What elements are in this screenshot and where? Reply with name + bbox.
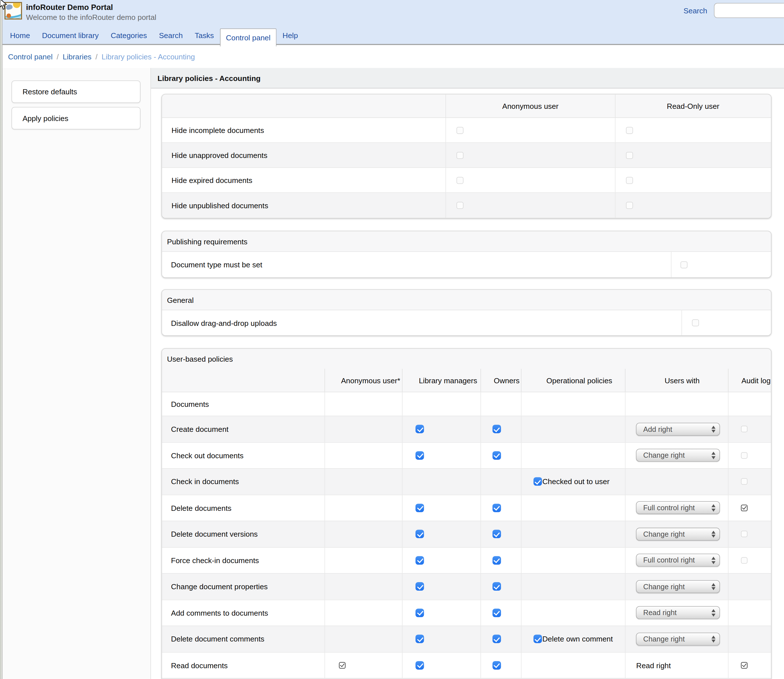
owners-cell: [480, 600, 521, 626]
rights-select[interactable]: Change right: [636, 580, 720, 593]
checkbox-cell: [445, 118, 615, 142]
tab-document-library[interactable]: Document library: [36, 27, 105, 43]
checkbox-checked[interactable]: [492, 504, 501, 512]
checkbox-unchecked[interactable]: [741, 531, 748, 537]
checkbox-checked[interactable]: [533, 477, 542, 486]
rights-select[interactable]: Full control right: [636, 554, 720, 567]
tab-tasks[interactable]: Tasks: [189, 27, 220, 43]
breadcrumb-link[interactable]: Libraries: [63, 52, 91, 61]
search-input[interactable]: [714, 3, 784, 18]
checkbox-checked[interactable]: [416, 582, 424, 591]
breadcrumb-link[interactable]: Control panel: [8, 52, 53, 61]
checkbox-checked[interactable]: [416, 451, 424, 460]
library-managers-cell: [402, 652, 480, 678]
operational-policies-cell: Delete own comment: [521, 626, 625, 652]
checkbox-checked[interactable]: [416, 661, 424, 670]
table-row: Check in documentsChecked out to user: [162, 468, 771, 494]
checkbox-checked[interactable]: [492, 661, 501, 670]
checkbox-checked[interactable]: [492, 451, 501, 460]
general-rows: Disallow drag-and-drop uploads: [162, 310, 771, 335]
logo-art: [6, 13, 11, 18]
checkbox-checked[interactable]: [416, 556, 424, 565]
checkbox-cell: [681, 310, 771, 335]
checkbox-unchecked[interactable]: [626, 177, 633, 184]
checkbox-checked[interactable]: [492, 582, 501, 591]
library-managers-cell: [402, 574, 480, 599]
checkbox-unchecked[interactable]: [626, 202, 633, 209]
checkbox-checked[interactable]: [416, 609, 424, 617]
tab-search[interactable]: Search: [153, 27, 189, 43]
checkbox-unchecked[interactable]: [741, 479, 748, 485]
rights-select[interactable]: Add right: [636, 423, 720, 436]
checkbox-checked[interactable]: [416, 504, 424, 512]
audit-log-cell: [728, 600, 771, 626]
checkbox-unchecked[interactable]: [456, 177, 464, 184]
audit-log-cell: [728, 521, 771, 547]
checkbox-unchecked[interactable]: [456, 202, 464, 209]
rights-select-value: Change right: [643, 451, 685, 459]
tab-home[interactable]: Home: [4, 27, 36, 43]
arrow-down-icon: [712, 508, 716, 512]
tab-categories[interactable]: Categories: [105, 27, 153, 43]
checkbox-unchecked[interactable]: [741, 426, 748, 432]
arrow-down-icon: [712, 587, 716, 590]
checkbox-unchecked[interactable]: [741, 452, 748, 458]
users-with-cell: Read right: [625, 600, 728, 626]
select-arrows-icon: [712, 504, 716, 512]
breadcrumb-separator: /: [56, 52, 58, 61]
user-based-policies-panel: User-based policies Anonymous user*Libra…: [162, 348, 771, 679]
group-label: Documents: [162, 392, 325, 416]
rights-select[interactable]: Read right: [636, 606, 720, 620]
checkbox-unchecked[interactable]: [626, 152, 633, 159]
checkbox-checked[interactable]: [492, 556, 501, 565]
tab-help[interactable]: Help: [277, 27, 304, 43]
checkbox-checked[interactable]: [416, 635, 424, 643]
rights-select[interactable]: Change right: [636, 527, 720, 541]
checkbox-unchecked[interactable]: [692, 319, 699, 327]
users-with-cell: Change right: [625, 626, 728, 652]
checkbox-unchecked[interactable]: [626, 127, 633, 134]
cell: [325, 392, 402, 416]
tab-control-panel[interactable]: Control panel: [220, 28, 277, 46]
table-row: Hide unpublished documents: [162, 193, 771, 218]
table-row: Add comments to documentsRead right: [162, 599, 771, 626]
checkbox-unchecked[interactable]: [456, 152, 464, 159]
users-with-cell: Change right: [625, 442, 728, 468]
checkbox-checked[interactable]: [741, 505, 748, 511]
checkbox-checked[interactable]: [339, 662, 346, 668]
policy-label: Create document: [162, 416, 325, 442]
column-header-owners: Owners: [480, 369, 521, 392]
checkbox-checked[interactable]: [492, 609, 501, 617]
table-row: Hide expired documents: [162, 168, 771, 193]
apply-policies-button[interactable]: Apply policies: [11, 107, 140, 129]
cursor-artifact-icon: [0, 0, 7, 10]
table-row: Delete documentsFull control right: [162, 494, 771, 521]
checkbox-checked[interactable]: [492, 530, 501, 538]
general-panel: General Disallow drag-and-drop uploads: [162, 289, 771, 336]
rights-select[interactable]: Change right: [636, 632, 720, 646]
rights-select-value: Full control right: [643, 556, 695, 564]
checkbox-unchecked[interactable]: [456, 127, 464, 134]
rights-select[interactable]: Change right: [636, 449, 720, 462]
column-header-operational-policies: Operational policies: [521, 369, 625, 392]
rights-text: Read right: [636, 661, 671, 670]
checkbox-cell: [445, 193, 615, 218]
column-header-anonymous-user-: Anonymous user*: [325, 369, 402, 392]
checkbox-checked[interactable]: [533, 635, 542, 643]
checkbox-checked[interactable]: [416, 425, 424, 433]
checkbox-unchecked[interactable]: [681, 261, 688, 268]
checkbox-checked[interactable]: [741, 662, 748, 668]
checkbox-unchecked[interactable]: [741, 557, 748, 564]
breadcrumb-link[interactable]: Library policies - Accounting: [102, 52, 195, 61]
operational-policies-cell: [521, 442, 625, 468]
restore-defaults-button[interactable]: Restore defaults: [11, 80, 140, 103]
checkbox-checked[interactable]: [416, 530, 424, 538]
sidebar: Restore defaultsApply policies: [0, 68, 151, 679]
checkbox-checked[interactable]: [492, 425, 501, 433]
checkbox-checked[interactable]: [492, 635, 501, 643]
visibility-table-header: Anonymous user Read-Only user: [162, 94, 771, 118]
rights-select-value: Full control right: [643, 504, 695, 512]
rights-select[interactable]: Full control right: [636, 501, 720, 515]
policy-label: Force check-in documents: [162, 548, 325, 573]
users-with-cell: [625, 469, 728, 494]
